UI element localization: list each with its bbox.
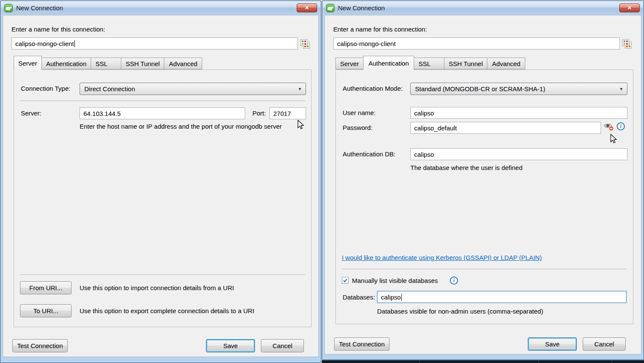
divider [538,360,539,363]
server-label: Server: [21,109,41,117]
screen: New Connection ✕ Enter a name for this c… [0,0,644,363]
connection-type-label: Connection Type: [21,85,70,92]
window-title: New Connection [338,4,385,12]
tab-advanced[interactable]: Advanced [164,58,202,69]
app-turtle-icon [4,4,13,12]
text-caret [74,40,75,47]
auth-mode-label: Authentication Mode: [343,85,403,92]
test-connection-button[interactable]: Test Connection [334,337,389,351]
text-caret [401,294,402,301]
username-label: User name: [343,109,376,116]
server-port-input[interactable]: 27017 [269,107,306,119]
separator [20,101,305,101]
from-uri-button[interactable]: From URI... [20,281,72,294]
password-label: Password: [343,124,372,131]
divider [419,360,420,363]
titlebar[interactable]: New Connection ✕ [323,1,643,14]
tab-ssl[interactable]: SSL [91,58,121,69]
checkmark-icon [343,278,348,283]
auth-db-label: Authentication DB: [343,150,395,158]
color-palette-icon[interactable] [300,39,311,49]
auth-mode-select[interactable]: Standard (MONGODB-CR or SCRAM-SHA-1) ▼ [410,83,627,95]
new-connection-window-authentication: New Connection ✕ Enter a name for this c… [322,0,644,360]
app-turtle-icon [326,4,335,12]
tab-ssh-tunnel[interactable]: SSH Tunnel [444,58,487,69]
tab-server[interactable]: Server [14,56,42,70]
auth-db-help-text: The database where the user is defined [410,164,523,171]
manually-list-databases-label: Manually list visible databases [352,277,438,284]
server-tab-panel: Connection Type: Direct Connection ▼ Ser… [14,69,312,327]
server-help-text: Enter the host name or IP address and th… [80,123,282,130]
databases-info-icon[interactable]: i [450,277,458,285]
chevron-down-icon: ▼ [298,87,302,91]
tab-ssl[interactable]: SSL [414,58,444,69]
databases-help-text: Databases visible for non-admin users (c… [377,308,543,315]
manually-list-databases-checkbox[interactable] [342,277,349,284]
name-label: Enter a name for this connection: [11,26,105,33]
tab-bar: Server Authentication SSL SSH Tunnel Adv… [335,56,525,70]
new-connection-window-server: New Connection ✕ Enter a name for this c… [0,0,321,363]
hide-password-eye-icon[interactable] [603,122,614,131]
close-icon[interactable]: ✕ [297,3,317,12]
auth-db-input[interactable]: calipso [410,148,627,160]
connection-type-select[interactable]: Direct Connection ▼ [80,83,306,95]
dialog-body: Enter a name for this connection: calips… [3,15,319,357]
authentication-tab-panel: Authentication Mode: Standard (MONGODB-C… [335,69,633,324]
password-info-icon[interactable]: i [617,122,625,130]
tab-authentication[interactable]: Authentication [363,56,414,70]
tab-server[interactable]: Server [335,58,364,69]
divider [612,360,612,363]
tab-ssh-tunnel[interactable]: SSH Tunnel [121,58,164,69]
close-icon[interactable]: ✕ [619,3,640,12]
test-connection-button[interactable]: Test Connection [12,339,68,352]
connection-name-input[interactable]: calipso-mongo-client [333,37,620,49]
tab-bar: Server Authentication SSL SSH Tunnel Adv… [14,56,202,70]
to-uri-button[interactable]: To URI... [20,304,72,317]
databases-input[interactable]: calipso [377,291,627,303]
connection-name-input[interactable]: calipso-mongo-client [11,37,298,49]
server-host-input[interactable]: 64.103.144.5 [80,107,245,119]
from-uri-help-text: Use this option to import connection det… [80,284,234,291]
tab-authentication[interactable]: Authentication [41,58,91,69]
chevron-down-icon: ▼ [619,87,623,91]
username-input[interactable]: calipso [410,107,627,119]
window-title: New Connection [16,4,63,12]
titlebar[interactable]: New Connection ✕ [1,1,321,14]
databases-label: Databases: [343,294,375,301]
separator [342,269,627,269]
save-button[interactable]: Save [528,337,577,351]
separator [20,274,305,275]
tab-advanced[interactable]: Advanced [487,58,525,69]
save-button[interactable]: Save [206,339,255,352]
password-input[interactable]: calipso_default [410,122,601,134]
name-label: Enter a name for this connection: [333,26,427,33]
kerberos-ldap-link[interactable]: I would like to authenticate using Kerbe… [342,254,542,261]
background-window-strip [322,360,644,363]
color-palette-icon[interactable] [622,39,633,49]
cancel-button[interactable]: Cancel [261,339,304,352]
to-uri-help-text: Use this option to export complete conne… [80,307,254,314]
dialog-body: Enter a name for this connection: calips… [324,15,641,354]
cancel-button[interactable]: Cancel [583,337,626,351]
port-label: Port: [252,109,266,117]
